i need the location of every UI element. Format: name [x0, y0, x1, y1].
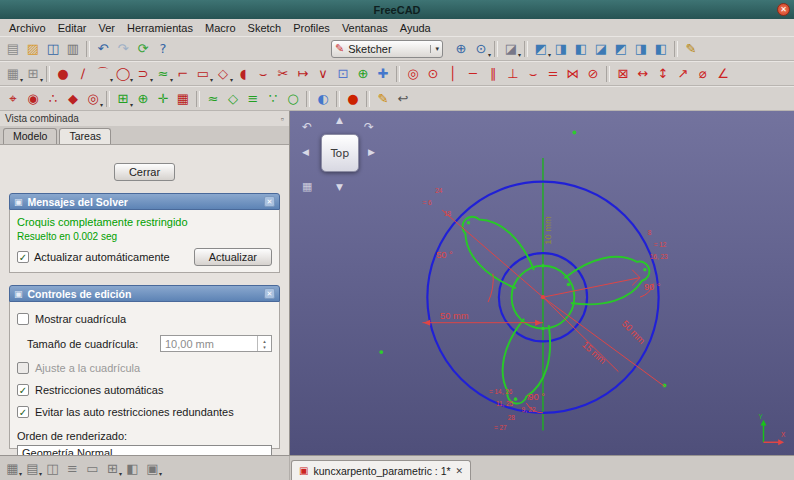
select-elements-icon[interactable]: ◆ — [63, 89, 83, 109]
constraint-label[interactable]: 8 — [648, 229, 652, 236]
create-point-icon[interactable]: ● — [53, 64, 73, 84]
sketch-origin-point[interactable] — [541, 295, 545, 299]
tasks-panel-icon[interactable]: ▣ ▾ — [143, 459, 162, 478]
constraint-label[interactable]: 24 — [435, 187, 443, 194]
select-redundant-icon[interactable]: ◉ — [23, 89, 43, 109]
tree-view-icon[interactable]: ▤ ▾ — [23, 459, 42, 478]
toggle-snap-icon[interactable]: ⊞ ▾ — [23, 64, 43, 84]
nav-arrow-left-icon[interactable]: ◀ — [302, 148, 309, 157]
new-document-icon[interactable]: ▤ — [3, 39, 23, 59]
dimension-50mm-diagonal[interactable]: 50 mm — [620, 319, 647, 347]
bspline-degree-icon[interactable]: ≈ — [203, 89, 223, 109]
solver-messages-header[interactable]: ▣ Mensajes del Solver ✕ — [9, 193, 280, 210]
update-button[interactable]: Actualizar — [194, 248, 272, 266]
select-conflicting-icon[interactable]: ∴ — [43, 89, 63, 109]
property-view-icon[interactable]: ◫ — [43, 459, 62, 478]
rotate-left-icon[interactable]: ↶ — [302, 121, 312, 133]
print-icon[interactable]: ▥ — [63, 39, 83, 59]
create-circle-icon[interactable]: ◯ ▾ — [113, 64, 133, 84]
constraint-tangent-icon[interactable]: ⌣ — [523, 64, 543, 84]
menu-sketch[interactable]: Sketch — [242, 21, 288, 35]
collapse-section-icon[interactable]: ✕ — [264, 288, 275, 299]
view-rear-icon[interactable]: ◩ — [611, 39, 631, 59]
constraint-angle-icon[interactable]: ∠ — [713, 64, 733, 84]
grid-size-stepper[interactable]: 10,00 mm ▴ ▾ — [160, 335, 272, 352]
save-document-icon[interactable]: ◫ — [43, 39, 63, 59]
sketch-arm[interactable] — [562, 248, 655, 312]
virtual-space-icon[interactable]: ◐ — [313, 89, 333, 109]
create-bspline-icon[interactable]: ≈ ▾ — [153, 64, 173, 84]
view-top-icon[interactable]: ◧ — [571, 39, 591, 59]
constraint-block-icon[interactable]: ⊘ — [583, 64, 603, 84]
constraint-equal-icon[interactable]: = — [543, 64, 563, 84]
rotate-right-icon[interactable]: ↷ — [364, 121, 374, 133]
refresh-icon[interactable]: ⟳ — [133, 39, 153, 59]
toggle-grid-icon[interactable]: ▦ ▾ — [3, 64, 23, 84]
view-bottom-icon[interactable]: ◨ — [631, 39, 651, 59]
carbon-copy-icon[interactable]: ⊕ — [353, 64, 373, 84]
constraint-point-on-object-icon[interactable]: ⊙ — [423, 64, 443, 84]
view-right-icon[interactable]: ◪ — [591, 39, 611, 59]
edit-controls-header[interactable]: ▣ Controles de edición ✕ — [9, 285, 280, 302]
external-geometry-icon[interactable]: ⊡ — [333, 64, 353, 84]
auto-update-checkbox[interactable]: ✓ — [17, 251, 29, 263]
constraint-label[interactable]: = 6 — [422, 199, 431, 206]
collapse-section-icon[interactable]: ✕ — [264, 196, 275, 207]
select-origin-icon[interactable]: ⌖ — [3, 89, 23, 109]
constraint-label[interactable]: 16, 23 — [650, 253, 668, 260]
move-geometry-icon[interactable]: ✛ — [153, 89, 173, 109]
constraint-label[interactable]: 11, 25 — [496, 400, 514, 407]
constraint-label[interactable]: = 27 — [494, 424, 507, 431]
constraint-distance-y-icon[interactable]: ↕ — [653, 64, 673, 84]
document-tab[interactable]: ▣ kuncxarpento_parametric : 1* ✕ — [291, 460, 471, 480]
dimension-10mm-vertical[interactable]: 10 mm — [543, 216, 553, 245]
open-document-icon[interactable]: ▨ — [23, 39, 43, 59]
dag-view-icon[interactable]: ⊞ ▾ — [103, 459, 122, 478]
nav-arrow-up-icon[interactable]: ▲ — [336, 116, 343, 125]
constraint-label[interactable]: 28 — [508, 414, 516, 421]
create-slot-icon[interactable]: ◖ — [233, 64, 253, 84]
constraint-coincident-icon[interactable]: ◎ — [403, 64, 423, 84]
stop-operation-icon[interactable]: ● — [343, 89, 363, 109]
chevron-down-icon[interactable]: ▾ — [430, 45, 439, 53]
tab-tareas[interactable]: Tareas — [59, 128, 111, 144]
show-hide-constraints-icon[interactable]: ◎ ▾ — [83, 89, 103, 109]
python-console-icon[interactable]: ≡ — [63, 459, 82, 478]
create-fillet-icon[interactable]: ⌣ — [253, 64, 273, 84]
constraint-vertical-icon[interactable]: │ — [443, 64, 463, 84]
dimension-15mm-diagonal[interactable]: 15 mm — [580, 340, 608, 367]
constraint-symmetric-icon[interactable]: ⋈ — [563, 64, 583, 84]
panel-float-icon[interactable]: ▫ — [281, 114, 284, 124]
undo-icon[interactable]: ↶ — [93, 39, 113, 59]
leave-sketch-icon[interactable]: ↩ — [393, 89, 413, 109]
menu-editar[interactable]: Editar — [52, 21, 93, 35]
constraint-radius-icon[interactable]: ⌀ — [693, 64, 713, 84]
datum-point[interactable] — [379, 350, 383, 354]
clone-geometry-icon[interactable]: ⊞ ▾ — [113, 89, 133, 109]
report-view-icon[interactable]: ▭ — [83, 459, 102, 478]
constraint-label[interactable]: 7 — [526, 394, 530, 401]
constraint-label[interactable]: = 14, 26 — [489, 388, 513, 395]
menu-ventanas[interactable]: Ventanas — [336, 21, 394, 35]
constraint-lock-icon[interactable]: ⊠ — [613, 64, 633, 84]
menu-ayuda[interactable]: Ayuda — [394, 21, 437, 35]
constraint-parallel-icon[interactable]: ∥ — [483, 64, 503, 84]
dimension-50deg-angle[interactable]: 50 ° — [436, 250, 453, 260]
draw-style-icon[interactable]: ◪ ▾ — [501, 39, 521, 59]
dimension-90deg-right[interactable]: 90 ° — [644, 282, 661, 292]
selection-view-icon[interactable]: ◧ — [123, 459, 142, 478]
show-grid-checkbox[interactable] — [17, 313, 29, 325]
edit-sketch-icon[interactable]: ✎ — [373, 89, 393, 109]
dimension-50mm-horizontal[interactable]: 50 mm — [440, 311, 469, 321]
close-tab-icon[interactable]: ✕ — [456, 466, 464, 476]
create-conic-icon[interactable]: ⊃ ▾ — [133, 64, 153, 84]
copy-geometry-icon[interactable]: ⊕ — [133, 89, 153, 109]
workbench-selector[interactable]: ✎ Sketcher ▾ — [331, 40, 443, 58]
close-window-button[interactable]: ✕ — [777, 3, 790, 16]
bspline-polygon-icon[interactable]: ◇ — [223, 89, 243, 109]
tab-modelo[interactable]: Modelo — [3, 128, 57, 144]
menu-herramientas[interactable]: Herramientas — [121, 21, 199, 35]
sketch-arm[interactable] — [450, 204, 541, 295]
bspline-knots-icon[interactable]: ∵ — [263, 89, 283, 109]
measure-icon[interactable]: ✎ — [681, 39, 701, 59]
